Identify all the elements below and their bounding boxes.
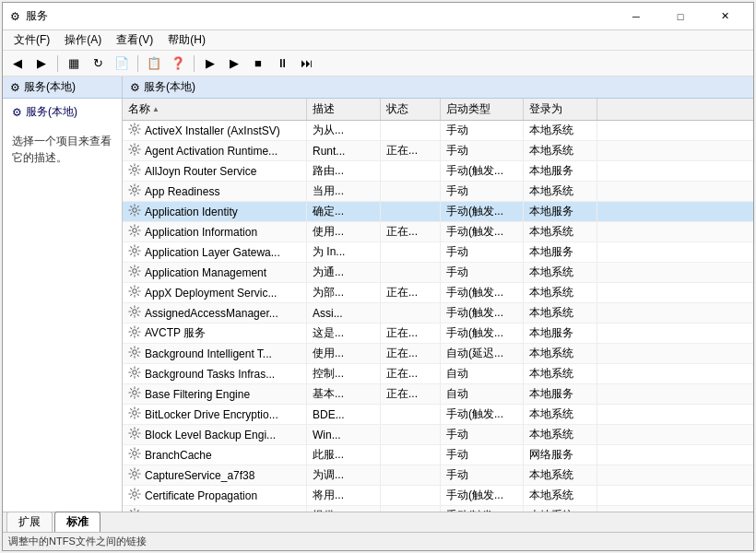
menu-help[interactable]: 帮助(H) xyxy=(160,30,213,50)
cell-desc: 为调... xyxy=(307,465,381,485)
cell-desc: 当用... xyxy=(307,182,381,201)
window-icon: ⚙ xyxy=(10,10,20,23)
service-icon xyxy=(128,143,141,159)
cell-status xyxy=(381,425,441,444)
tab-standard[interactable]: 标准 xyxy=(54,512,100,532)
properties-button[interactable]: 📋 xyxy=(143,53,165,74)
table-row[interactable]: AppX Deployment Servic... 为部... 正在... 手动… xyxy=(123,283,753,303)
cell-startup: 手动(触发... xyxy=(441,283,524,302)
cell-name: Application Information xyxy=(123,222,307,241)
table-row[interactable]: Background Intelligent T... 使用... 正在... … xyxy=(123,344,753,364)
service-icon xyxy=(128,467,141,483)
cell-startup: 手动(触发... xyxy=(441,486,524,505)
restart-button[interactable]: ⏭ xyxy=(295,53,317,74)
table-row[interactable]: Application Identity 确定... 手动(触发... 本地服务 xyxy=(123,202,753,222)
cell-name: Background Intelligent T... xyxy=(123,344,307,363)
start-button[interactable]: ▶ xyxy=(199,53,221,74)
cell-login: 网络服务 xyxy=(524,445,597,465)
services-table[interactable]: 名称 ▲ 描述 状态 启动类型 登录为 xyxy=(123,99,753,512)
right-panel-title: 服务(本地) xyxy=(144,79,195,95)
menu-bar: 文件(F) 操作(A) 查看(V) 帮助(H) xyxy=(3,30,753,51)
cell-desc: 为 In... xyxy=(307,242,381,262)
header-desc[interactable]: 描述 xyxy=(307,99,381,120)
table-row[interactable]: Application Management 为通... 手动 本地系统 xyxy=(123,263,753,283)
table-row[interactable]: Background Tasks Infras... 控制... 正在... 自… xyxy=(123,364,753,384)
cell-login: 本地服务 xyxy=(524,242,597,262)
table-row[interactable]: Agent Activation Runtime... Runt... 正在..… xyxy=(123,141,753,161)
cell-startup: 手动 xyxy=(441,182,524,201)
service-name: Application Information xyxy=(145,226,257,239)
cell-startup: 手动(触发... xyxy=(441,202,524,221)
left-panel-services-item[interactable]: ⚙ 服务(本地) xyxy=(3,99,122,125)
service-name: Application Identity xyxy=(145,206,238,218)
maximize-button[interactable]: □ xyxy=(659,3,702,30)
cell-login: 本地服务 xyxy=(524,384,597,404)
cell-name: BitLocker Drive Encryptio... xyxy=(123,405,307,424)
svg-point-4 xyxy=(133,208,136,212)
service-name: AVCTP 服务 xyxy=(145,325,206,341)
stop-button[interactable]: ■ xyxy=(247,53,269,74)
svg-point-14 xyxy=(133,411,136,415)
table-row[interactable]: App Readiness 当用... 手动 本地系统 xyxy=(123,182,753,202)
cell-startup: 手动 xyxy=(441,445,524,465)
service-icon xyxy=(128,163,141,179)
header-name[interactable]: 名称 ▲ xyxy=(123,99,307,120)
cell-desc: 这是... xyxy=(307,324,381,343)
menu-action[interactable]: 操作(A) xyxy=(57,30,109,50)
cell-startup: 手动 xyxy=(441,121,524,140)
back-button[interactable]: ◀ xyxy=(6,53,29,74)
service-icon xyxy=(128,305,141,321)
left-panel: ⚙ 服务(本地) ⚙ 服务(本地) 选择一个项目来查看它的描述。 xyxy=(3,76,123,512)
table-row[interactable]: Application Layer Gatewa... 为 In... 手动 本… xyxy=(123,242,753,263)
help-icon-button[interactable]: ❓ xyxy=(167,53,189,74)
service-name: BitLocker Drive Encryptio... xyxy=(145,408,278,421)
service-name: Application Management xyxy=(145,266,266,279)
cell-login: 本地服务 xyxy=(524,324,597,343)
table-row[interactable]: AllJoyn Router Service 路由... 手动(触发... 本地… xyxy=(123,161,753,182)
cell-name: Application Management xyxy=(123,263,307,282)
minimize-button[interactable]: ─ xyxy=(615,3,657,30)
cell-name: Application Layer Gatewa... xyxy=(123,242,307,262)
svg-point-8 xyxy=(133,289,136,293)
svg-point-11 xyxy=(133,350,136,354)
header-login[interactable]: 登录为 xyxy=(524,99,597,120)
cell-startup: 手动(触发... xyxy=(441,303,524,323)
table-row[interactable]: AssignedAccessManager... Assi... 手动(触发..… xyxy=(123,303,753,324)
toolbar-separator-1 xyxy=(57,55,58,72)
pause-button[interactable]: ⏸ xyxy=(271,53,293,74)
menu-file[interactable]: 文件(F) xyxy=(6,30,57,50)
header-status[interactable]: 状态 xyxy=(381,99,441,120)
cell-status xyxy=(381,303,441,323)
cell-status xyxy=(381,405,441,424)
close-button[interactable]: ✕ xyxy=(703,3,746,30)
cell-login: 本地系统 xyxy=(524,182,597,201)
svg-point-6 xyxy=(133,249,136,253)
forward-button[interactable]: ▶ xyxy=(30,53,53,74)
export-button[interactable]: 📄 xyxy=(111,53,133,74)
menu-view[interactable]: 查看(V) xyxy=(109,30,160,50)
header-startup[interactable]: 启动类型 xyxy=(441,99,524,120)
table-row[interactable]: BranchCache 此服... 手动 网络服务 xyxy=(123,445,753,465)
service-icon xyxy=(128,123,141,138)
cell-login: 本地系统 xyxy=(524,283,597,302)
show-hide-button[interactable]: ▦ xyxy=(63,53,85,74)
table-row[interactable]: Application Information 使用... 正在... 手动(触… xyxy=(123,222,753,242)
cell-startup: 手动 xyxy=(441,242,524,262)
table-row[interactable]: CaptureService_a7f38 为调... 手动 本地系统 xyxy=(123,465,753,486)
start2-button[interactable]: ▶ xyxy=(223,53,245,74)
cell-status: 正在... xyxy=(381,283,441,302)
cell-startup: 手动 xyxy=(441,425,524,444)
table-row[interactable]: Block Level Backup Engi... Win... 手动 本地系… xyxy=(123,425,753,445)
table-row[interactable]: ActiveX Installer (AxInstSV) 为从... 手动 本地… xyxy=(123,121,753,141)
cell-desc: 为从... xyxy=(307,121,381,140)
table-row[interactable]: AVCTP 服务 这是... 正在... 手动(触发... 本地服务 xyxy=(123,324,753,344)
cell-login: 本地系统 xyxy=(524,141,597,160)
table-row[interactable]: Base Filtering Engine 基本... 正在... 自动 本地服… xyxy=(123,384,753,405)
left-panel-services-icon: ⚙ xyxy=(12,106,22,119)
svg-point-9 xyxy=(133,310,136,313)
refresh-button[interactable]: ↻ xyxy=(87,53,109,74)
table-row[interactable]: BitLocker Drive Encryptio... BDE... 手动(触… xyxy=(123,405,753,425)
table-row[interactable]: Certificate Propagation 将用... 手动(触发... 本… xyxy=(123,486,753,506)
cell-desc: 为通... xyxy=(307,263,381,282)
tab-expand[interactable]: 扩展 xyxy=(6,512,53,532)
